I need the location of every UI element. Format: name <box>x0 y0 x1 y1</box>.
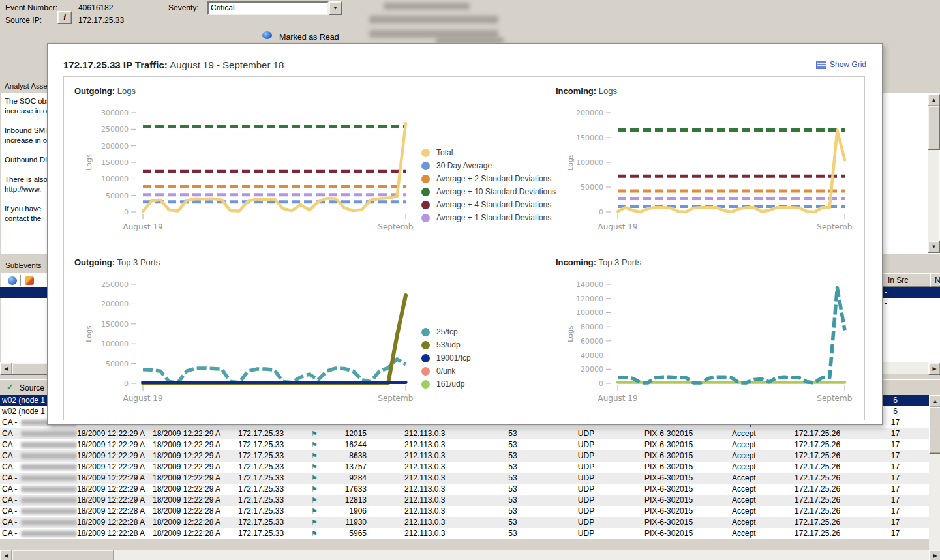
table-row[interactable]: CA -18/2009 12:22:29 A18/2009 12:22:29 A… <box>0 439 929 450</box>
scroll-up-icon[interactable]: ▲ <box>928 94 940 106</box>
cell-action: Accept <box>712 462 777 473</box>
cell-start-time: 18/2009 12:22:29 A <box>77 484 153 495</box>
redacted-text <box>21 475 77 481</box>
redacted-text <box>21 486 77 492</box>
cell-protocol-num: 17 <box>862 450 929 462</box>
table-row[interactable]: CA -18/2009 12:22:28 A18/2009 12:22:28 A… <box>0 506 929 517</box>
source-tab-label[interactable]: Source <box>20 383 44 392</box>
column-header-in-src[interactable]: In Src <box>881 274 937 287</box>
table-row[interactable]: CA -18/2009 12:22:29 A18/2009 12:22:29 A… <box>0 473 929 484</box>
cell-action: Accept <box>712 528 777 539</box>
cell-device-event: PIX-6-302015 <box>617 462 712 473</box>
cell-protocol-num: 17 <box>862 495 929 506</box>
cell-start-time: 18/2009 12:22:29 A <box>77 428 153 439</box>
cell-flag: ⚑ <box>304 506 325 517</box>
cell-source-port: 5965 <box>325 528 376 539</box>
cell-translated-ip: 172.17.25.26 <box>777 517 862 528</box>
toolbar-divider <box>20 275 21 286</box>
scrollbar-thumb[interactable] <box>12 550 114 560</box>
modal-header: 172.17.25.33 IP Traffic: August 19 - Sep… <box>48 44 882 76</box>
analyst-panel-tab[interactable]: Analyst Asse <box>5 82 48 90</box>
cell-start-time: 18/2009 12:22:29 A <box>77 462 153 473</box>
table-row[interactable]: CA -18/2009 12:22:28 A18/2009 12:22:28 A… <box>0 528 929 539</box>
cell-translated-ip: 172.17.25.26 <box>777 428 862 439</box>
legend-item: 161/udp <box>421 377 545 391</box>
scroll-down-icon[interactable]: ▼ <box>928 241 940 253</box>
legend-label: Average + 1 Standard Deviations <box>436 213 551 222</box>
show-grid-label: Show Grid <box>830 60 866 69</box>
legend-label: 0/unk <box>436 366 455 376</box>
cell-end-time: 18/2009 12:22:28 A <box>153 506 229 517</box>
cell-start-time: 18/2009 12:22:29 A <box>77 495 153 506</box>
cell-dest-port: 53 <box>470 484 555 495</box>
subevents-tab[interactable]: SubEvents <box>5 261 42 269</box>
scroll-left-icon[interactable]: ◀ <box>0 362 12 375</box>
table-row[interactable]: CA -18/2009 12:22:29 A18/2009 12:22:29 A… <box>0 495 929 506</box>
chevron-down-icon[interactable]: ▼ <box>329 1 342 15</box>
cell-source-ip: 172.17.25.33 <box>229 450 304 462</box>
cell-dest-port: 53 <box>470 473 555 484</box>
svg-text:September 18: September 18 <box>817 222 853 231</box>
cell-device-name: CA - <box>0 439 77 450</box>
grid-icon <box>816 61 826 69</box>
legend-item: 30 Day Average <box>421 159 545 172</box>
scroll-right-icon[interactable]: ▶ <box>928 362 940 375</box>
chart-title: Outgoing: Top 3 Ports <box>74 258 421 267</box>
table-row[interactable]: CA -18/2009 12:22:29 A18/2009 12:22:29 A… <box>0 450 929 462</box>
cell-dest-ip: 212.113.0.3 <box>376 462 470 473</box>
series-line-25-tcp <box>618 287 845 383</box>
column-header-n-fragment[interactable]: N <box>930 274 940 287</box>
legend-item: Average + 1 Standard Deviations <box>421 211 545 224</box>
cell-action: Accept <box>712 439 777 450</box>
svg-text:0: 0 <box>599 379 603 388</box>
cell-device-name: CA - <box>0 528 77 539</box>
info-button[interactable]: i <box>57 11 72 24</box>
cell-action: Accept <box>712 450 777 462</box>
svg-text:200000: 200000 <box>101 142 129 151</box>
show-grid-button[interactable]: Show Grid <box>816 60 866 69</box>
legend-swatch-icon <box>421 214 430 222</box>
table-row[interactable]: CA -18/2009 12:22:28 A18/2009 12:22:28 A… <box>0 517 929 528</box>
table-row[interactable]: CA -18/2009 12:22:29 A18/2009 12:22:29 A… <box>0 462 929 473</box>
cell-dest-port: 53 <box>470 462 555 473</box>
cell-start-time: 18/2009 12:22:29 A <box>77 439 153 450</box>
svg-text:120000: 120000 <box>576 295 603 303</box>
severity-dropdown[interactable]: Critical ▼ <box>207 1 342 15</box>
cell-protocol: UDP <box>555 517 617 528</box>
cell-end-time: 18/2009 12:22:29 A <box>153 450 229 462</box>
scrollbar-thumb[interactable] <box>928 106 940 150</box>
table-row[interactable]: CA -18/2009 12:22:29 A18/2009 12:22:29 A… <box>0 484 929 495</box>
legend-swatch-icon <box>421 341 430 349</box>
chart-incoming-logs: Incoming: Logs 050000100000150000200000L… <box>545 86 856 248</box>
cell-flag: ⚑ <box>304 528 325 539</box>
cell-device-name: CA - <box>0 450 77 462</box>
cell-device-event: PIX-6-302015 <box>617 506 712 517</box>
scroll-up-icon[interactable]: ▲ <box>929 395 940 407</box>
cell-protocol-num: 17 <box>862 428 929 439</box>
alert-icon[interactable] <box>25 276 34 285</box>
cell-flag: ⚑ <box>304 462 325 473</box>
scroll-right-icon[interactable]: ▶ <box>929 550 940 560</box>
legend-item: Average + 2 Standard Deviations <box>421 172 545 185</box>
legend-swatch-icon <box>421 328 430 336</box>
legend-label: 53/udp <box>436 340 461 349</box>
globe-icon[interactable] <box>8 276 17 285</box>
cell-flag: ⚑ <box>304 473 325 484</box>
svg-text:Logs: Logs <box>85 325 93 342</box>
svg-text:250000: 250000 <box>101 280 129 289</box>
scrollbar-thumb[interactable] <box>929 407 940 454</box>
svg-text:September 18: September 18 <box>378 394 414 403</box>
legend-swatch-icon <box>421 162 430 170</box>
table-row[interactable]: CA -18/2009 12:22:29 A18/2009 12:22:29 A… <box>0 428 929 439</box>
cell-flag: ⚑ <box>304 428 325 439</box>
series-line-25-tcp <box>143 359 406 383</box>
scroll-left-icon[interactable]: ◀ <box>0 550 12 560</box>
svg-text:300000: 300000 <box>101 109 129 117</box>
bottom-hscrollbar[interactable] <box>0 550 940 560</box>
cell-protocol: UDP <box>555 439 617 450</box>
chart-outgoing-ports: Outgoing: Top 3 Ports 050000100000150000… <box>64 258 421 420</box>
cell-end-time: 18/2009 12:22:29 A <box>153 462 229 473</box>
cell-dest-ip: 212.113.0.3 <box>376 506 470 517</box>
cell-dest-ip: 212.113.0.3 <box>376 517 470 528</box>
modal-title: 172.17.25.33 IP Traffic: August 19 - Sep… <box>63 59 284 70</box>
